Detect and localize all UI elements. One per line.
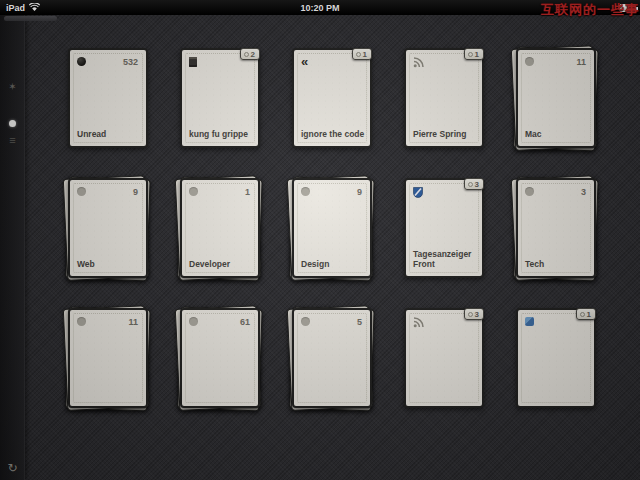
- unread-count: 61: [240, 317, 250, 327]
- chevrons-favicon: «: [301, 57, 308, 66]
- card-label: Pierre Spring: [413, 129, 478, 140]
- card-label: Mac: [525, 129, 590, 140]
- selected-dot: [9, 120, 16, 127]
- unread-count-badge: 2: [240, 48, 260, 60]
- card-favicon-slot: [525, 57, 534, 66]
- unread-count: 5: [357, 317, 362, 327]
- unread-count-badge: 3: [464, 178, 484, 190]
- card-label: kung fu grippe: [189, 129, 254, 140]
- unread-count-badge: 1: [576, 308, 596, 320]
- starred-icon[interactable]: ✶: [0, 81, 25, 92]
- card-label: Developer: [189, 259, 254, 270]
- card-folder-row4-2[interactable]: 61: [180, 308, 260, 408]
- folder-dot-icon: [189, 187, 198, 196]
- sidebar: ✶ ≡ ↻: [0, 15, 25, 480]
- card-favicon-slot: [413, 317, 424, 328]
- all-items-icon[interactable]: ≡: [0, 134, 25, 146]
- card-favicon-slot: [77, 57, 86, 66]
- card-folder-row4-3[interactable]: 5: [292, 308, 372, 408]
- card-favicon-slot: [189, 57, 197, 67]
- card-favicon-slot: [525, 187, 534, 196]
- unread-view-icon[interactable]: [0, 113, 25, 131]
- unread-count: 9: [357, 187, 362, 197]
- card-favicon-slot: [413, 187, 423, 198]
- card-folder-developer[interactable]: Developer 1: [180, 178, 260, 278]
- kungfu-favicon: [189, 57, 197, 67]
- card-favicon-slot: [301, 317, 310, 326]
- card-favicon-slot: [77, 187, 86, 196]
- card-tagesanzeiger[interactable]: Tagesanzeiger Front 3: [404, 178, 484, 278]
- card-folder-row4-1[interactable]: 11: [68, 308, 148, 408]
- card-feed-row4-4[interactable]: 3: [404, 308, 484, 408]
- card-favicon-slot: [525, 317, 534, 326]
- card-folder-web[interactable]: Web 9: [68, 178, 148, 278]
- card-label: ignore the code: [301, 129, 366, 140]
- card-grid: Unread 532 ★ Daring Fireball 4 kung fu g…: [25, 15, 640, 480]
- unread-count-badge: 3: [464, 308, 484, 320]
- folder-dot-icon: [301, 317, 310, 326]
- rss-icon: [413, 317, 424, 328]
- card-label: Tech: [525, 259, 590, 270]
- watermark-text: 互联网的一些事: [541, 1, 639, 19]
- unread-dot-icon: [77, 57, 86, 66]
- card-favicon-slot: [301, 187, 310, 196]
- card-folder-design[interactable]: Design 9: [292, 178, 372, 278]
- card-ignore-the-code[interactable]: « ignore the code 1: [292, 48, 372, 148]
- card-favicon-slot: [189, 187, 198, 196]
- card-favicon-slot: [413, 57, 424, 68]
- folder-dot-icon: [77, 317, 86, 326]
- folder-dot-icon: [525, 57, 534, 66]
- folder-dot-icon: [189, 317, 198, 326]
- blue-favicon: [525, 317, 534, 326]
- card-label: Tagesanzeiger Front: [413, 249, 478, 270]
- unread-count: 532: [123, 57, 138, 67]
- sidebar-top-groove: [4, 16, 57, 21]
- unread-count: 11: [128, 317, 138, 327]
- unread-count-badge: 1: [464, 48, 484, 60]
- unread-count: 3: [581, 187, 586, 197]
- card-favicon-slot: [77, 317, 86, 326]
- card-pierre-spring[interactable]: Pierre Spring 1: [404, 48, 484, 148]
- folder-dot-icon: [301, 187, 310, 196]
- rss-icon: [413, 57, 424, 68]
- refresh-icon[interactable]: ↻: [0, 461, 25, 475]
- card-folder-mac[interactable]: Mac 11: [516, 48, 596, 148]
- card-unread[interactable]: Unread 532: [68, 48, 148, 148]
- card-feed-row4-5[interactable]: 1: [516, 308, 596, 408]
- card-kung-fu-grippe[interactable]: kung fu grippe 2: [180, 48, 260, 148]
- unread-count: 1: [245, 187, 250, 197]
- card-favicon-slot: [189, 317, 198, 326]
- tagesanzeiger-favicon: [413, 187, 423, 198]
- unread-count: 11: [576, 57, 586, 67]
- card-favicon-slot: «: [301, 57, 308, 66]
- folder-dot-icon: [77, 187, 86, 196]
- unread-count: 9: [133, 187, 138, 197]
- card-label: Unread: [77, 129, 142, 140]
- folder-dot-icon: [525, 187, 534, 196]
- unread-count-badge: 1: [352, 48, 372, 60]
- card-label: Web: [77, 259, 142, 270]
- card-label: Design: [301, 259, 366, 270]
- card-folder-tech[interactable]: Tech 3: [516, 178, 596, 278]
